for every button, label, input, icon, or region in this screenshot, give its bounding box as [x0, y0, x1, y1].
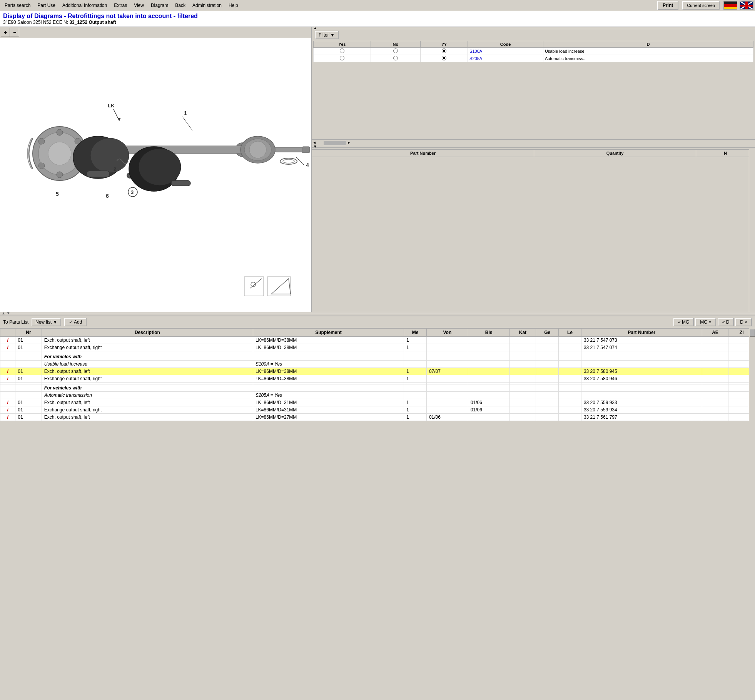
svg-point-19: [38, 163, 45, 169]
col-ae: AE: [702, 329, 728, 337]
parts-table: Nr Description Supplement Me Von Bis Kat…: [0, 328, 755, 421]
menu-view[interactable]: View: [131, 2, 147, 9]
col-me: Me: [404, 329, 427, 337]
current-screen-button[interactable]: Current screen: [682, 1, 720, 10]
table-row[interactable]: i01Exchange output shaft, rightLK=86MM/D…: [0, 406, 755, 414]
cell-bis: [468, 414, 509, 421]
info-icon-cell: i: [0, 406, 15, 414]
col-part-number-main: Part Number: [581, 329, 702, 337]
info-icon[interactable]: i: [7, 400, 8, 405]
info-icon[interactable]: i: [7, 414, 8, 420]
new-list-button[interactable]: New list ▼: [32, 318, 61, 326]
filter-no-2[interactable]: [371, 55, 420, 62]
english-flag-button[interactable]: [740, 1, 753, 10]
cell-le: [559, 392, 581, 399]
cell-part-number: [581, 353, 702, 361]
table-row[interactable]: i01Exch. output shaft, leftLK=86MM/D=38M…: [0, 337, 755, 344]
menu-administration[interactable]: Administration: [189, 2, 225, 9]
filter-qq-1[interactable]: [420, 48, 468, 55]
cell-von: [426, 406, 468, 414]
german-flag-button[interactable]: [723, 1, 737, 10]
zoom-in-button[interactable]: +: [1, 28, 10, 37]
cell-ge: [536, 368, 559, 375]
table-scrollbar-thumb[interactable]: [750, 329, 755, 337]
hscroll-thumb[interactable]: [323, 140, 346, 145]
radio-no-2[interactable]: [393, 56, 398, 60]
table-row[interactable]: For vehicles with: [0, 384, 755, 392]
cell-le: [559, 353, 581, 361]
hscroll-right-icon[interactable]: ►: [347, 140, 351, 145]
filter-no-1[interactable]: [371, 48, 420, 55]
scroll-down-icon: ▼: [313, 144, 317, 149]
horizontal-scrollbar[interactable]: ◄ ►: [312, 139, 755, 145]
cell-kat: [509, 406, 536, 414]
cell-ge: [536, 399, 559, 406]
cell-von: [426, 392, 468, 399]
info-icon-cell: i: [0, 368, 15, 375]
info-icon-cell: i: [0, 399, 15, 406]
filter-header: Filter ▼: [312, 29, 755, 41]
vertical-scrollbar-right[interactable]: [749, 149, 755, 312]
info-icon[interactable]: i: [7, 407, 8, 413]
main-content: + −: [0, 27, 755, 312]
cell-bis: [468, 375, 509, 383]
cell-me: [404, 353, 427, 361]
menu-additional-information[interactable]: Additional Information: [59, 2, 110, 9]
mg-prev-button[interactable]: « MG: [673, 318, 694, 326]
menu-parts-search[interactable]: Parts search: [2, 2, 33, 9]
table-row[interactable]: i01Exchange output shaft, rightLK=86MM/D…: [0, 344, 755, 351]
filter-yes-1[interactable]: [314, 48, 371, 55]
info-icon[interactable]: i: [7, 369, 8, 374]
svg-point-6: [249, 141, 266, 158]
table-row[interactable]: For vehicles with: [0, 353, 755, 361]
filter-qq-2[interactable]: [420, 55, 468, 62]
col-von: Von: [426, 329, 468, 337]
svg-text:4: 4: [306, 162, 309, 168]
table-row[interactable]: i01Exch. output shaft, leftLK=86MM/D=27M…: [0, 414, 755, 421]
radio-qq-2[interactable]: [442, 56, 446, 60]
info-icon[interactable]: i: [7, 345, 8, 350]
page-title: Display of Diagrams - Retrofittings not …: [3, 13, 752, 20]
table-row[interactable]: i01Exch. output shaft, leftLK=86MM/D=38M…: [0, 368, 755, 375]
radio-yes-2[interactable]: [340, 56, 344, 60]
cell-von: [426, 337, 468, 344]
table-scrollbar[interactable]: [749, 328, 755, 421]
table-row[interactable]: Automatic transmissionS205A = Yes: [0, 392, 755, 399]
cell-von: [426, 361, 468, 368]
menu-back[interactable]: Back: [172, 2, 189, 9]
table-row[interactable]: Usable load increaseS100A = Yes: [0, 361, 755, 368]
zoom-out-button[interactable]: −: [10, 28, 19, 37]
cell-kat: [509, 375, 536, 383]
menu-extras[interactable]: Extras: [111, 2, 130, 9]
info-icon[interactable]: i: [7, 376, 8, 381]
menu-diagram[interactable]: Diagram: [148, 2, 171, 9]
cell-description: Exch. output shaft, left: [42, 399, 253, 406]
filter-yes-2[interactable]: [314, 55, 371, 62]
table-row[interactable]: i01Exchange output shaft, rightLK=86MM/D…: [0, 375, 755, 383]
menu-help[interactable]: Help: [225, 2, 241, 9]
info-icon[interactable]: i: [7, 337, 8, 343]
d-next-button[interactable]: D »: [735, 318, 752, 326]
info-icon-cell: [0, 392, 15, 399]
cell-part-number: 33 21 7 547 074: [581, 344, 702, 351]
cell-me: 1: [404, 399, 427, 406]
mg-next-button[interactable]: MG »: [695, 318, 716, 326]
table-row[interactable]: i01Exch. output shaft, leftLK=86MM/D=31M…: [0, 399, 755, 406]
d-prev-button[interactable]: « D: [718, 318, 734, 326]
cell-ae: [702, 368, 728, 375]
print-button[interactable]: Print: [657, 1, 678, 10]
cell-part-number: 33 20 7 559 933: [581, 399, 702, 406]
cell-part-number: 33 20 7 580 946: [581, 375, 702, 383]
info-icon-cell: [0, 353, 15, 361]
parts-header-table: Part Number Quantity N: [312, 149, 755, 157]
radio-qq-1[interactable]: [442, 48, 446, 53]
filter-button[interactable]: Filter ▼: [315, 31, 339, 39]
add-button[interactable]: ✓ Add: [64, 318, 87, 326]
radio-no-1[interactable]: [393, 48, 398, 53]
svg-point-27: [139, 149, 181, 185]
cell-le: [559, 361, 581, 368]
svg-text:2: 2: [114, 166, 116, 172]
radio-yes-1[interactable]: [340, 48, 344, 53]
cell-nr: 01: [15, 337, 42, 344]
menu-part-use[interactable]: Part Use: [34, 2, 58, 9]
